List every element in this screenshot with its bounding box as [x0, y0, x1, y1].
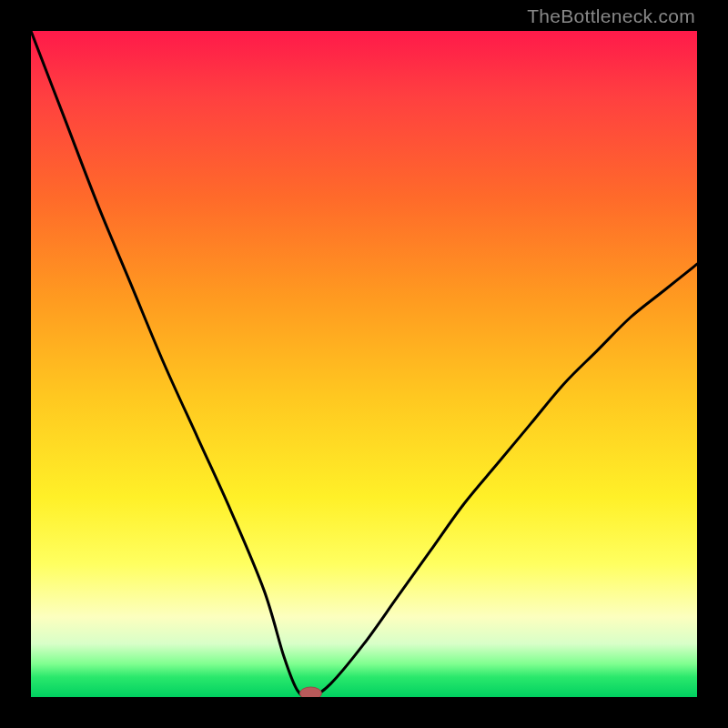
plot-area	[31, 31, 697, 697]
curve-layer	[31, 31, 697, 697]
watermark-text: TheBottleneck.com	[527, 5, 695, 27]
optimal-marker	[299, 687, 321, 697]
bottleneck-curve-path	[31, 31, 697, 697]
chart-frame: TheBottleneck.com	[0, 0, 728, 728]
